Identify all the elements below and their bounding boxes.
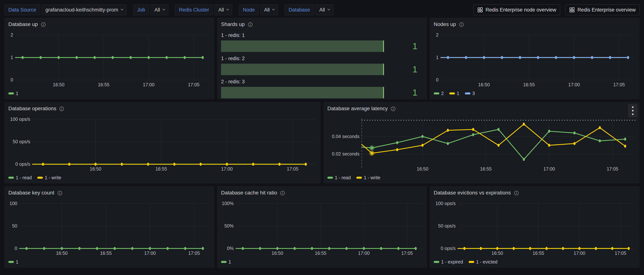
svg-text:17:05: 17:05 [188, 82, 200, 87]
bar-gauge-value: 1 [384, 87, 423, 98]
svg-text:16:50: 16:50 [90, 166, 101, 172]
legend-label: 1 - read [335, 175, 351, 180]
legend-item[interactable]: 1 [221, 259, 231, 264]
svg-text:16:55: 16:55 [155, 166, 167, 172]
svg-text:0.04 seconds: 0.04 seconds [332, 134, 360, 139]
legend-item[interactable]: 1 [449, 91, 459, 96]
legend-label: 1 - write [364, 175, 380, 180]
info-icon[interactable] [248, 22, 253, 27]
chevron-down-icon [226, 8, 229, 10]
legend-item[interactable]: 2 [434, 91, 444, 96]
redis-cluster-select[interactable]: All [214, 4, 232, 15]
panel-title[interactable]: Database evictions vs expirations [434, 190, 511, 196]
legend-item[interactable]: 1 - write [356, 175, 380, 180]
legend-swatch [449, 92, 455, 94]
svg-text:17:00: 17:00 [144, 250, 156, 256]
svg-text:16:50: 16:50 [53, 82, 64, 87]
bar-gauge-row-label: 1 - redis: 2 [221, 56, 423, 62]
legend-label: 3 [472, 91, 475, 96]
svg-text:100: 100 [10, 201, 17, 206]
legend-item[interactable]: 1 [8, 91, 18, 96]
svg-text:17:00: 17:00 [574, 250, 585, 256]
variable-redis-cluster: Redis Cluster All [175, 4, 232, 15]
legend-label: 1 [16, 259, 18, 264]
legend-swatch [434, 92, 439, 94]
svg-text:17:00: 17:00 [221, 166, 233, 172]
svg-text:16:50: 16:50 [492, 250, 503, 256]
legend-swatch [465, 92, 470, 94]
info-icon[interactable] [514, 190, 519, 196]
panel-database-average-latency: Database average latency 16:5016:5517:00… [324, 102, 640, 183]
svg-text:17:05: 17:05 [615, 250, 626, 256]
info-icon[interactable] [41, 22, 46, 27]
bar-gauge-row-label: 2 - redis: 3 [221, 79, 423, 84]
database-select[interactable]: All [316, 4, 333, 15]
panel-title[interactable]: Database operations [8, 106, 56, 112]
legend-label: 1 - evicted [476, 259, 498, 264]
dashboard-grid: Database up 16:5016:5517:0017:05012 1 Sh… [0, 18, 644, 268]
svg-text:100 ops/s: 100 ops/s [436, 201, 456, 206]
panel-title[interactable]: Database key count [8, 190, 54, 196]
legend-item[interactable]: 1 [8, 259, 18, 264]
svg-text:16:55: 16:55 [315, 250, 326, 256]
svg-text:1: 1 [436, 55, 438, 60]
time-series-chart[interactable]: 16:5016:5517:0017:050%50%100% [217, 196, 427, 257]
panel-database-up: Database up 16:5016:5517:0017:05012 1 [4, 18, 214, 99]
time-series-chart[interactable]: 16:5016:5517:0017:050 ops/s50 ops/s100 o… [430, 196, 639, 257]
job-select[interactable]: All [150, 4, 168, 15]
data-source-label: Data Source [4, 4, 40, 15]
legend-label: 1 - read [16, 175, 32, 180]
time-series-chart[interactable]: 16:5016:5517:0017:05012 [5, 28, 214, 89]
bar-gauge: 1 - redis: 111 - redis: 212 - redis: 31 [217, 28, 427, 98]
panel-nodes-up: Nodes up 16:5016:5517:0017:05012 213 [430, 18, 640, 99]
time-series-chart[interactable]: 16:5016:5517:0017:05012 [430, 28, 639, 89]
enterprise-overview-link[interactable]: Redis Enterprise overview [565, 4, 640, 15]
panel-database-evictions: Database evictions vs expirations 16:501… [430, 186, 640, 268]
info-icon[interactable] [280, 190, 285, 196]
panel-title[interactable]: Shards up [221, 21, 245, 27]
bar-gauge-value: 1 [384, 40, 423, 52]
svg-text:50 ops/s: 50 ops/s [438, 223, 456, 228]
panel-title[interactable]: Database average latency [328, 106, 388, 112]
bar-gauge-row: 1 [221, 87, 423, 98]
info-icon[interactable] [57, 190, 62, 196]
svg-text:16:55: 16:55 [98, 82, 110, 87]
info-icon[interactable] [59, 106, 64, 111]
legend-label: 1 - expired [441, 259, 463, 264]
svg-text:16:50: 16:50 [417, 166, 428, 172]
panel-title[interactable]: Database up [8, 21, 38, 27]
chevron-down-icon [121, 8, 123, 10]
panel-title[interactable]: Database cache hit ratio [221, 190, 277, 196]
bar-gauge-row-label: 1 - redis: 1 [221, 32, 423, 38]
info-icon[interactable] [391, 106, 396, 111]
svg-text:17:05: 17:05 [401, 250, 413, 256]
chart-legend: 1 - read1 - write [324, 173, 639, 180]
database-value: All [320, 7, 325, 13]
node-select[interactable]: All [260, 4, 278, 15]
database-label: Database [285, 4, 314, 15]
time-series-chart[interactable]: 16:5016:5517:0017:05050100 [5, 196, 214, 257]
svg-text:16:50: 16:50 [272, 250, 283, 256]
info-icon[interactable] [459, 22, 464, 27]
legend-item[interactable]: 1 - expired [434, 259, 463, 264]
legend-label: 2 [441, 91, 444, 96]
data-source-select[interactable]: grafanacloud-keithschmitty-prom [42, 4, 126, 15]
legend-item[interactable]: 1 - write [37, 175, 61, 180]
node-label-text: Node [243, 7, 255, 13]
legend-swatch [221, 261, 226, 263]
redis-cluster-value: All [218, 7, 224, 13]
time-series-chart[interactable]: 16:5016:5517:0017:050.02 seconds0.04 sec… [324, 112, 639, 173]
legend-item[interactable]: 1 - read [328, 175, 351, 180]
panel-title[interactable]: Nodes up [434, 21, 456, 27]
legend-item[interactable]: 1 - read [8, 175, 32, 180]
svg-text:16:50: 16:50 [56, 250, 68, 256]
redis-cluster-label: Redis Cluster [175, 4, 213, 15]
variable-database: Database All [285, 4, 333, 15]
time-series-chart[interactable]: 16:5016:5517:0017:050 ops/s50 ops/s100 o… [5, 112, 320, 173]
svg-text:2: 2 [10, 32, 13, 38]
legend-item[interactable]: 3 [465, 91, 475, 96]
legend-swatch [8, 261, 14, 263]
legend-item[interactable]: 1 - evicted [468, 259, 498, 264]
node-overview-link[interactable]: Redis Enterprise node overview [474, 4, 560, 15]
svg-text:17:00: 17:00 [358, 250, 370, 256]
